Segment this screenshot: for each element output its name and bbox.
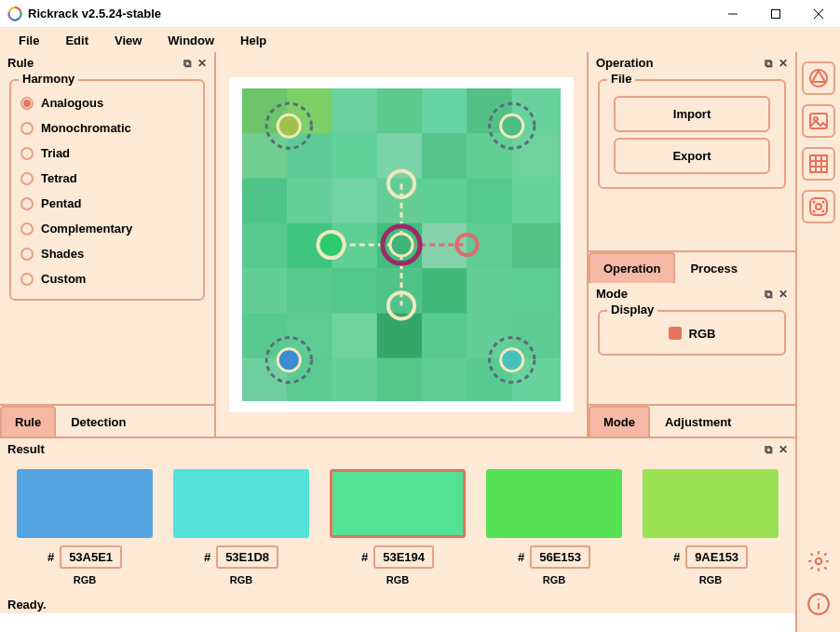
swatch-item: #9AE153RGB bbox=[643, 469, 779, 585]
swatch[interactable] bbox=[643, 469, 779, 538]
info-icon bbox=[806, 592, 831, 616]
settings-button[interactable] bbox=[802, 545, 835, 578]
center-panel bbox=[216, 52, 587, 437]
menu-window[interactable]: Window bbox=[156, 30, 225, 51]
popout-icon[interactable] bbox=[183, 56, 192, 70]
hex-value[interactable]: 53E194 bbox=[373, 545, 434, 569]
rgb-label: RGB bbox=[330, 574, 466, 585]
svg-rect-33 bbox=[512, 222, 561, 267]
hex-value[interactable]: 53E1D8 bbox=[216, 545, 278, 569]
canvas-wrap bbox=[229, 77, 574, 412]
svg-rect-26 bbox=[512, 178, 561, 222]
svg-point-90 bbox=[818, 598, 820, 600]
rgb-label: RGB bbox=[486, 574, 622, 585]
popout-icon[interactable] bbox=[765, 287, 773, 301]
radio-analogous[interactable]: Analogous bbox=[19, 90, 196, 115]
popout-icon[interactable] bbox=[765, 56, 773, 70]
operation-tab-bar: Operation Process bbox=[589, 250, 795, 283]
svg-point-86 bbox=[816, 204, 821, 209]
svg-rect-43 bbox=[332, 313, 377, 357]
menu-view[interactable]: View bbox=[103, 30, 153, 51]
radio-complementary[interactable]: Complementary bbox=[19, 216, 196, 241]
tab-detection[interactable]: Detection bbox=[56, 406, 141, 437]
radio-label: Analogous bbox=[41, 96, 103, 110]
close-icon[interactable] bbox=[779, 287, 788, 301]
tab-adjustment[interactable]: Adjustment bbox=[650, 406, 747, 437]
menu-edit[interactable]: Edit bbox=[54, 30, 100, 51]
rule-panel: Rule Harmony Analogous Monochromatic Tri… bbox=[0, 52, 216, 437]
info-button[interactable] bbox=[802, 587, 835, 621]
grid-icon bbox=[807, 153, 830, 175]
tab-operation[interactable]: Operation bbox=[589, 252, 675, 283]
radio-tetrad[interactable]: Tetrad bbox=[19, 166, 196, 191]
color-canvas[interactable] bbox=[240, 88, 562, 401]
close-icon[interactable] bbox=[779, 442, 788, 456]
status-text: Ready. bbox=[7, 598, 47, 612]
radio-triad[interactable]: Triad bbox=[19, 141, 196, 166]
svg-rect-40 bbox=[512, 268, 561, 313]
gear-icon bbox=[806, 549, 831, 573]
svg-rect-74 bbox=[810, 114, 827, 128]
radio-icon bbox=[20, 197, 34, 210]
display-fieldset: Display RGB bbox=[598, 310, 786, 356]
svg-point-72 bbox=[390, 233, 413, 255]
radio-custom[interactable]: Custom bbox=[19, 266, 196, 291]
swatch-item: #53E194RGB bbox=[330, 469, 466, 585]
svg-rect-25 bbox=[467, 178, 511, 222]
swatch[interactable] bbox=[330, 469, 466, 538]
window-title: Rickrack v2.5.24-stable bbox=[28, 7, 711, 20]
hex-value[interactable]: 56E153 bbox=[530, 545, 590, 569]
close-icon[interactable] bbox=[779, 56, 788, 70]
svg-rect-52 bbox=[422, 357, 467, 400]
tab-rule[interactable]: Rule bbox=[0, 406, 56, 437]
triangle-wheel-icon bbox=[807, 67, 830, 89]
mode-tab-bar: Mode Adjustment bbox=[589, 404, 795, 437]
checkbox-icon bbox=[669, 327, 682, 340]
svg-rect-19 bbox=[512, 133, 561, 178]
radio-label: Triad bbox=[41, 146, 70, 160]
right-toolbar bbox=[795, 52, 840, 632]
board-tool-button[interactable] bbox=[802, 190, 835, 223]
tab-mode[interactable]: Mode bbox=[589, 406, 650, 437]
import-button[interactable]: Import bbox=[614, 96, 769, 132]
swatch-item: #53A5E1RGB bbox=[17, 469, 153, 585]
rule-tab-bar: Rule Detection bbox=[0, 404, 214, 437]
svg-point-66 bbox=[501, 348, 523, 370]
grid-tool-button[interactable] bbox=[802, 147, 835, 181]
close-icon[interactable] bbox=[197, 56, 207, 70]
radio-label: Tetrad bbox=[41, 171, 77, 185]
result-panel-title: Result bbox=[7, 442, 759, 456]
hash-label: # bbox=[518, 550, 524, 564]
swatch[interactable] bbox=[17, 469, 153, 538]
svg-rect-15 bbox=[332, 133, 377, 178]
popout-icon[interactable] bbox=[765, 442, 773, 456]
svg-rect-2 bbox=[772, 9, 780, 18]
menu-help[interactable]: Help bbox=[229, 30, 278, 51]
hex-value[interactable]: 9AE153 bbox=[685, 545, 748, 569]
image-tool-button[interactable] bbox=[802, 104, 835, 138]
close-window-button[interactable] bbox=[797, 0, 840, 28]
tab-process[interactable]: Process bbox=[675, 252, 752, 283]
svg-rect-9 bbox=[377, 88, 422, 133]
radio-monochromatic[interactable]: Monochromatic bbox=[19, 115, 196, 141]
rgb-checkbox-row[interactable]: RGB bbox=[607, 321, 777, 346]
menu-file[interactable]: File bbox=[7, 30, 50, 51]
titlebar: Rickrack v2.5.24-stable bbox=[0, 0, 840, 28]
export-button[interactable]: Export bbox=[614, 138, 769, 174]
swatch[interactable] bbox=[486, 469, 622, 538]
svg-rect-39 bbox=[467, 268, 511, 313]
wheel-tool-button[interactable] bbox=[802, 61, 835, 95]
svg-point-87 bbox=[816, 558, 822, 565]
rule-panel-title: Rule bbox=[7, 56, 178, 70]
swatch[interactable] bbox=[173, 469, 309, 538]
minimize-button[interactable] bbox=[711, 0, 754, 28]
radio-icon bbox=[20, 147, 34, 160]
radio-shades[interactable]: Shades bbox=[19, 241, 196, 266]
hex-value[interactable]: 53A5E1 bbox=[60, 545, 122, 569]
maximize-button[interactable] bbox=[754, 0, 797, 28]
radio-pentad[interactable]: Pentad bbox=[19, 191, 196, 216]
svg-rect-21 bbox=[287, 178, 332, 222]
svg-rect-81 bbox=[810, 198, 827, 215]
svg-rect-45 bbox=[422, 313, 467, 357]
swatch-item: #56E153RGB bbox=[486, 469, 622, 585]
